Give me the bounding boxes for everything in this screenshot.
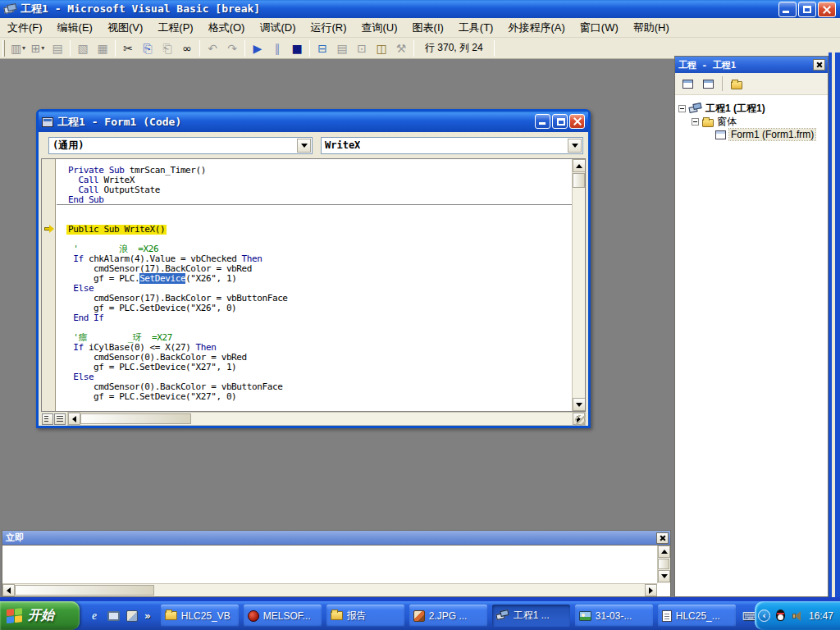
menu-item-2[interactable]: 视图(V): [100, 18, 150, 37]
show-desktop-icon[interactable]: [107, 611, 120, 621]
procedure-dropdown[interactable]: WriteX: [321, 137, 583, 154]
scroll-left-icon[interactable]: [2, 584, 15, 596]
save-project-button[interactable]: ▦: [93, 39, 112, 57]
stop-button[interactable]: ■: [287, 39, 307, 57]
toolbox-button[interactable]: ⚒: [391, 39, 411, 57]
redo-button[interactable]: ↷: [222, 39, 242, 57]
main-title-bar[interactable]: 工程1 - Microsoft Visual Basic [break]: [0, 0, 840, 18]
code-editor[interactable]: Private Sub tmrScan_Timer() Call WriteX …: [41, 158, 586, 412]
view-object-button[interactable]: [699, 75, 718, 92]
pause-button[interactable]: ∥: [267, 39, 287, 57]
collapse-expander-icon[interactable]: [678, 105, 686, 112]
taskbar-clock: 16:47: [809, 610, 833, 622]
menu-item-4[interactable]: 格式(O): [201, 18, 253, 37]
app-shortcut-icon[interactable]: [126, 610, 138, 622]
taskbar-button-label: HLC25_...: [676, 610, 720, 622]
form-layout-button[interactable]: ⊡: [352, 39, 372, 57]
properties-window-button[interactable]: ▤: [332, 39, 352, 57]
vscroll-thumb[interactable]: [658, 559, 669, 569]
project-tree: 工程1 (工程1)窗体Form1 (Form1.frm): [675, 95, 828, 141]
volume-icon[interactable]: [792, 610, 803, 622]
code-window-title-bar[interactable]: 工程1 - Form1 (Code): [39, 112, 588, 132]
scroll-down-icon[interactable]: [658, 570, 670, 582]
open-project-button[interactable]: ▧: [73, 39, 93, 57]
immediate-vertical-scrollbar[interactable]: [657, 546, 670, 583]
ie-icon[interactable]: e: [88, 609, 101, 623]
resize-grip[interactable]: [575, 415, 586, 426]
taskbar-button-melsoft[interactable]: MELSOF...: [244, 605, 322, 627]
project-explorer-title-bar[interactable]: 工程 - 工程1: [675, 57, 828, 73]
add-form-button[interactable]: ⊞▾: [28, 39, 48, 57]
toggle-folders-button[interactable]: [727, 75, 746, 92]
menu-item-12[interactable]: 帮助(H): [626, 18, 677, 37]
menu-item-9[interactable]: 工具(T): [451, 18, 501, 37]
taskbar-button-31-03[interactable]: 31-03-...: [575, 605, 653, 627]
qq-messenger-icon[interactable]: [774, 609, 787, 623]
minimize-button[interactable]: [778, 2, 797, 17]
overflow-chevron-icon[interactable]: »: [144, 610, 151, 622]
code-maximize-button[interactable]: [552, 114, 568, 129]
taskbar-button-label: 报告: [347, 609, 367, 623]
taskbar-button-hlc25-vb[interactable]: HLC25_VB: [161, 605, 239, 627]
project-explorer-button[interactable]: ⊟: [313, 39, 332, 57]
run-button[interactable]: ▶: [248, 39, 267, 57]
cut-button[interactable]: ✂: [118, 39, 138, 57]
scroll-up-icon[interactable]: [573, 159, 586, 172]
immediate-window-title-bar[interactable]: 立即: [2, 531, 670, 546]
full-module-view-button[interactable]: [54, 413, 66, 425]
tray-collapse-chevron-icon[interactable]: ‹: [758, 609, 770, 622]
collapse-expander-icon[interactable]: [692, 118, 699, 126]
page-icon: [662, 610, 672, 622]
maximize-button[interactable]: [798, 2, 816, 17]
copy-button[interactable]: ⎘: [138, 39, 158, 57]
taskbar-buttons: HLC25_VBMELSOF...报告2.JPG ...工程1 ...31-03…: [161, 605, 736, 627]
menu-item-6[interactable]: 运行(R): [303, 18, 354, 37]
taskbar-button-2jpg[interactable]: 2.JPG ...: [409, 605, 487, 627]
tree-item-form1[interactable]: Form1 (Form1.frm): [678, 128, 826, 141]
code-text[interactable]: Private Sub tmrScan_Timer() Call WriteX …: [57, 159, 572, 411]
menu-item-11[interactable]: 窗口(W): [573, 18, 626, 37]
close-button[interactable]: [818, 2, 836, 17]
code-margin[interactable]: [42, 159, 56, 411]
menu-item-5[interactable]: 调试(D): [252, 18, 303, 37]
scroll-down-icon[interactable]: [573, 398, 586, 411]
taskbar-button-hlc25[interactable]: HLC25_...: [658, 605, 736, 627]
code-minimize-button[interactable]: [535, 114, 550, 129]
object-dropdown-arrow-icon[interactable]: [297, 139, 311, 153]
view-code-button[interactable]: [678, 75, 697, 92]
menu-item-1[interactable]: 编辑(E): [50, 18, 100, 37]
code-vertical-scrollbar[interactable]: [572, 159, 585, 411]
hscroll-thumb[interactable]: [80, 413, 191, 424]
hscroll-thumb[interactable]: [15, 585, 154, 596]
object-browser-button[interactable]: ◫: [372, 39, 391, 57]
menu-item-7[interactable]: 查询(U): [354, 18, 405, 37]
procedure-view-button[interactable]: [42, 413, 53, 425]
undo-button[interactable]: ↶: [203, 39, 222, 57]
project-explorer-close-icon[interactable]: [813, 59, 825, 71]
find-button[interactable]: ∞: [177, 39, 197, 57]
tree-item-project[interactable]: 工程1 (工程1): [678, 102, 826, 115]
add-standard-exe-button[interactable]: ▥▾: [8, 39, 28, 57]
code-close-button[interactable]: [569, 114, 585, 129]
menu-item-10[interactable]: 外接程序(A): [500, 18, 572, 37]
paste-button[interactable]: ⎗: [158, 39, 177, 57]
scroll-right-icon[interactable]: [645, 584, 657, 596]
immediate-horizontal-scrollbar[interactable]: [2, 583, 657, 596]
menu-item-3[interactable]: 工程(P): [150, 18, 200, 37]
menu-item-0[interactable]: 文件(F): [0, 18, 50, 37]
scroll-left-icon[interactable]: [68, 413, 80, 425]
menu-editor-button[interactable]: ▤: [48, 39, 67, 57]
system-tray: ‹ 16:47: [755, 601, 840, 630]
vscroll-thumb[interactable]: [573, 173, 585, 188]
picture-icon: [579, 611, 591, 621]
object-dropdown[interactable]: (通用): [48, 137, 313, 154]
taskbar-button-gongcheng1[interactable]: 工程1 ...: [492, 605, 570, 627]
start-button[interactable]: 开始: [0, 601, 80, 630]
code-horizontal-scrollbar[interactable]: [67, 412, 586, 426]
scroll-up-icon[interactable]: [658, 546, 670, 558]
menu-item-8[interactable]: 图表(I): [405, 18, 451, 37]
taskbar-button-baogao[interactable]: 报告: [326, 605, 404, 627]
tree-item-forms-folder[interactable]: 窗体: [678, 115, 826, 128]
immediate-close-icon[interactable]: [656, 532, 669, 544]
procedure-dropdown-arrow-icon[interactable]: [568, 139, 582, 153]
